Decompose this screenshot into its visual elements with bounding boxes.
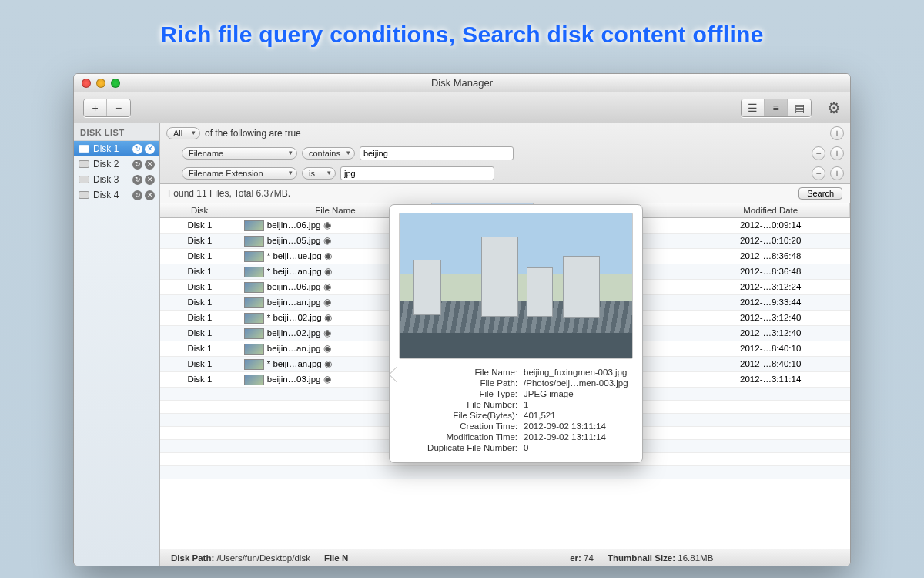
results-summary-text: Found 11 Files, Total 6.37MB. xyxy=(168,188,290,199)
preview-field-value: 401,521 xyxy=(521,410,633,421)
refresh-icon[interactable]: ↻ xyxy=(132,160,142,170)
preview-field-label: Creation Time: xyxy=(399,421,521,432)
quicklook-icon[interactable]: ◉ xyxy=(323,297,331,307)
quicklook-icon[interactable]: ◉ xyxy=(324,358,332,369)
refresh-icon[interactable]: ↻ xyxy=(132,175,142,185)
cell-disk: Disk 1 xyxy=(160,264,239,279)
status-thumb-label: Thumbnail Size: xyxy=(608,553,675,563)
filter-field-select[interactable]: Filename xyxy=(182,147,297,160)
cell-modified: 2012-…9:33:44 xyxy=(691,294,850,310)
status-diskpath: /Users/fun/Desktop/disk xyxy=(216,553,310,563)
sidebar-item-label: Disk 4 xyxy=(93,190,119,200)
quicklook-icon[interactable]: ◉ xyxy=(324,312,332,323)
cell-modified: 2012-…3:12:40 xyxy=(691,310,850,325)
refresh-icon[interactable]: ↻ xyxy=(132,144,142,154)
disk-icon xyxy=(79,145,89,153)
preview-field-value: /Photos/beij…men-003.jpg xyxy=(521,378,633,388)
preview-field-value: JPEG image xyxy=(521,388,633,399)
sidebar-item-disk-4[interactable]: Disk 4↻✕ xyxy=(74,187,159,203)
quicklook-icon[interactable]: ◉ xyxy=(323,328,331,338)
results-summary: Found 11 Files, Total 6.37MB. Search xyxy=(160,184,850,203)
filter-value-input[interactable] xyxy=(340,166,494,180)
search-button[interactable]: Search xyxy=(798,187,842,200)
preview-image xyxy=(399,213,633,359)
quicklook-icon[interactable]: ◉ xyxy=(324,266,332,277)
view-mode-segment: ☰ ≡ ▤ xyxy=(741,99,812,117)
disk-icon xyxy=(79,191,89,199)
titlebar: Disk Manager xyxy=(74,74,850,92)
sidebar-title: DISK LIST xyxy=(74,123,159,141)
preview-field-value: 1 xyxy=(521,399,633,410)
thumbnail-icon xyxy=(244,267,264,277)
column-header-disk[interactable]: Disk xyxy=(160,203,239,218)
cell-modified: 2012-…3:12:40 xyxy=(691,325,850,341)
sidebar-item-disk-1[interactable]: Disk 1↻✕ xyxy=(74,141,159,156)
view-icons-button[interactable]: ▤ xyxy=(788,99,811,116)
thumbnail-icon xyxy=(244,297,264,308)
preview-field-label: File Path: xyxy=(399,378,521,388)
preview-field-label: File Number: xyxy=(399,399,521,410)
toolbar: + − ☰ ≡ ▤ ⚙ xyxy=(74,92,850,123)
add-rule-button[interactable]: + xyxy=(830,126,844,140)
eject-icon[interactable]: ✕ xyxy=(145,160,155,170)
quicklook-icon[interactable]: ◉ xyxy=(323,374,331,385)
remove-rule-button[interactable]: − xyxy=(812,146,825,160)
sidebar-item-label: Disk 2 xyxy=(93,159,119,170)
quicklook-icon[interactable]: ◉ xyxy=(324,250,332,261)
preview-field-label: Duplicate File Number: xyxy=(399,442,521,453)
status-diskpath-label: Disk Path: xyxy=(171,553,214,563)
file-preview-popover: File Name:beijing_fuxingmen-003.jpgFile … xyxy=(389,204,643,463)
preview-field-value: 2012-09-02 13:11:14 xyxy=(521,432,633,442)
cell-disk: Disk 1 xyxy=(160,371,239,387)
cell-modified: 2012-…0:10:20 xyxy=(691,233,850,248)
filter-op-select[interactable]: contains xyxy=(302,147,355,160)
add-button[interactable]: + xyxy=(84,99,107,116)
quicklook-icon[interactable]: ◉ xyxy=(323,281,331,292)
view-columns-button[interactable]: ☰ xyxy=(742,99,765,116)
column-header-modified[interactable]: Modified Date xyxy=(691,203,850,218)
filter-value-input[interactable] xyxy=(360,146,514,160)
filter-scope-select[interactable]: All xyxy=(166,127,200,139)
sidebar-item-label: Disk 1 xyxy=(93,143,119,154)
eject-icon[interactable]: ✕ xyxy=(145,144,155,154)
preview-field-label: File Type: xyxy=(399,388,521,399)
cell-disk: Disk 1 xyxy=(160,233,239,248)
cell-disk: Disk 1 xyxy=(160,218,239,234)
remove-button[interactable]: − xyxy=(107,99,130,116)
preview-field-value: 2012-09-02 13:11:14 xyxy=(521,421,633,432)
add-rule-button[interactable]: + xyxy=(830,166,844,180)
view-list-button[interactable]: ≡ xyxy=(765,99,788,116)
cell-modified: 2012-…8:40:10 xyxy=(691,341,850,356)
sidebar-item-disk-2[interactable]: Disk 2↻✕ xyxy=(74,156,159,172)
cell-modified: 2012-…3:11:14 xyxy=(691,371,850,387)
quicklook-icon[interactable]: ◉ xyxy=(323,220,331,230)
quicklook-icon[interactable]: ◉ xyxy=(323,235,331,246)
eject-icon[interactable]: ✕ xyxy=(145,190,155,200)
remove-rule-button[interactable]: − xyxy=(812,166,825,180)
thumbnail-icon xyxy=(244,344,264,355)
refresh-icon[interactable]: ↻ xyxy=(132,190,142,200)
gear-icon[interactable]: ⚙ xyxy=(827,99,841,117)
status-file-n-label: File N xyxy=(324,553,348,563)
preview-field-label: File Size(Bytes): xyxy=(399,410,521,421)
filter-op-select[interactable]: is xyxy=(302,167,336,180)
cell-disk: Disk 1 xyxy=(160,279,239,294)
preview-field-label: Modification Time: xyxy=(399,432,521,442)
sidebar-item-disk-3[interactable]: Disk 3↻✕ xyxy=(74,172,159,187)
cell-modified: 2012-…0:09:14 xyxy=(691,218,850,234)
cell-disk: Disk 1 xyxy=(160,294,239,310)
filter-field-select[interactable]: Filename Extension xyxy=(182,167,297,180)
preview-field-label: File Name: xyxy=(399,367,521,378)
status-er-label: er: xyxy=(570,553,581,563)
thumbnail-icon xyxy=(244,282,264,293)
preview-metadata: File Name:beijing_fuxingmen-003.jpgFile … xyxy=(399,367,633,453)
preview-field-value: 0 xyxy=(521,442,633,453)
disk-icon xyxy=(79,160,89,168)
preview-field-value: beijing_fuxingmen-003.jpg xyxy=(521,367,633,378)
eject-icon[interactable]: ✕ xyxy=(145,175,155,185)
thumbnail-icon xyxy=(244,251,264,262)
disk-icon xyxy=(79,176,89,183)
quicklook-icon[interactable]: ◉ xyxy=(323,343,331,354)
add-rule-button[interactable]: + xyxy=(830,146,844,160)
add-remove-segment: + − xyxy=(83,99,131,117)
